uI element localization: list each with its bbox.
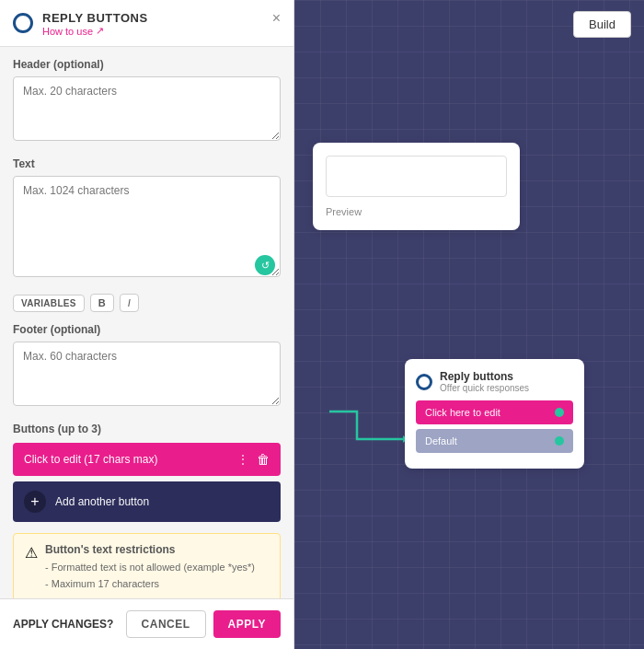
preview-card: Preview — [313, 143, 520, 230]
bottom-actions: CANCEL APPLY — [126, 610, 281, 638]
warning-content: Button's text restrictions - Formatted t… — [45, 543, 255, 592]
header-field-label: Header (optional) — [13, 58, 281, 71]
button-item-1[interactable]: Click to edit (17 chars max) ⋮ 🗑 — [13, 443, 281, 476]
card-header-row: Reply buttons Offer quick responses — [416, 370, 573, 393]
delete-button-icon[interactable]: 🗑 — [257, 452, 270, 467]
text-area-wrapper: ↺ — [13, 176, 281, 281]
close-button[interactable]: × — [272, 11, 281, 26]
how-to-use-link[interactable]: How to use ↗ — [42, 25, 148, 37]
warning-item-2: - Maximum 17 characters — [45, 576, 255, 593]
text-field-section: Text ↺ — [13, 157, 281, 281]
card-title: Reply buttons — [440, 370, 529, 383]
card-button-2-dot — [555, 436, 564, 446]
card-button-1[interactable]: Click here to edit — [416, 400, 573, 424]
apply-question: APPLY CHANGES? — [13, 618, 113, 631]
panel-title-block: REPLY BUTTONS How to use ↗ — [42, 11, 148, 37]
footer-field-label: Footer (optional) — [13, 323, 281, 336]
buttons-section: Buttons (up to 3) Click to edit (17 char… — [13, 423, 281, 522]
right-panel: Build Preview Reply buttons Offer quick … — [294, 0, 644, 649]
footer-field-section: Footer (optional) — [13, 323, 281, 410]
panel-title: REPLY BUTTONS — [42, 11, 148, 25]
preview-input-mock — [326, 156, 507, 197]
button-item-1-text: Click to edit (17 chars max) — [24, 453, 157, 466]
bold-button[interactable]: B — [90, 294, 114, 312]
external-link-icon: ↗ — [96, 25, 104, 37]
add-button-label: Add another button — [55, 495, 149, 508]
build-button[interactable]: Build — [573, 11, 631, 38]
card-button-2-text: Default — [425, 435, 457, 446]
connector-arrow — [329, 407, 408, 444]
warning-box: ⚠ Button's text restrictions - Formatted… — [13, 533, 281, 598]
text-field-label: Text — [13, 157, 281, 170]
reply-buttons-icon — [13, 13, 33, 33]
warning-item-1: - Formatted text is not allowed (example… — [45, 560, 255, 576]
reply-buttons-card: Reply buttons Offer quick responses Clic… — [405, 359, 584, 469]
button-item-1-actions: ⋮ 🗑 — [236, 452, 270, 467]
warning-title: Button's text restrictions — [45, 543, 255, 556]
header-field-section: Header (optional) — [13, 58, 281, 145]
card-button-1-text: Click here to edit — [425, 407, 500, 418]
panel-body: Header (optional) Text ↺ VARIABLES B I F… — [0, 47, 293, 598]
cancel-button[interactable]: CANCEL — [126, 610, 206, 638]
italic-button[interactable]: I — [120, 294, 139, 312]
apply-button[interactable]: APPLY — [213, 610, 281, 638]
panel-header: REPLY BUTTONS How to use ↗ × — [0, 0, 293, 47]
add-circle-icon: + — [24, 491, 46, 513]
header-textarea[interactable] — [13, 76, 281, 141]
footer-textarea[interactable] — [13, 342, 281, 406]
buttons-label: Buttons (up to 3) — [13, 423, 281, 435]
variables-button[interactable]: VARIABLES — [13, 295, 85, 312]
left-panel: REPLY BUTTONS How to use ↗ × Header (opt… — [0, 0, 294, 649]
add-button-row[interactable]: + Add another button — [13, 481, 281, 522]
text-textarea[interactable] — [13, 176, 281, 277]
card-button-1-dot — [555, 408, 564, 417]
card-title-block: Reply buttons Offer quick responses — [440, 370, 529, 393]
card-reply-icon — [416, 374, 432, 390]
warning-icon: ⚠ — [25, 544, 38, 592]
card-button-2[interactable]: Default — [416, 429, 573, 453]
bottom-bar: APPLY CHANGES? CANCEL APPLY — [0, 598, 293, 649]
refresh-icon[interactable]: ↺ — [255, 255, 275, 275]
preview-label: Preview — [326, 206, 507, 217]
panel-header-left: REPLY BUTTONS How to use ↗ — [13, 11, 148, 37]
text-toolbar: VARIABLES B I — [13, 294, 281, 312]
card-subtitle: Offer quick responses — [440, 383, 529, 393]
drag-handle-icon[interactable]: ⋮ — [236, 452, 249, 467]
